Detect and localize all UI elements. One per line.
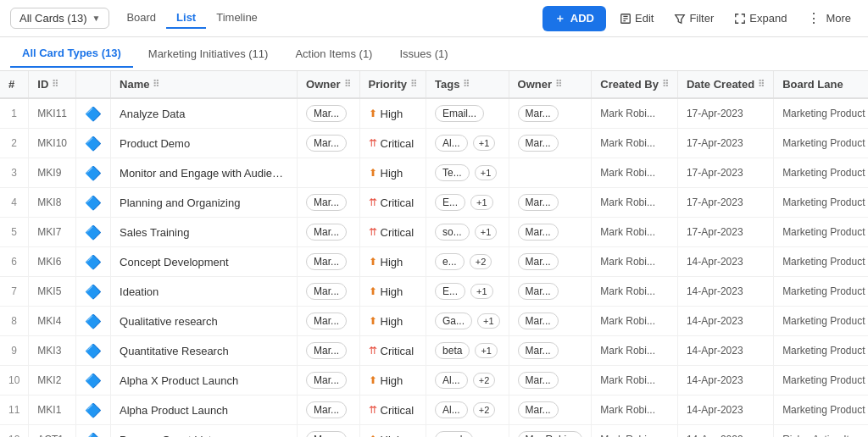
owner2-badge[interactable]: Mar... [518,313,559,329]
tag-badge[interactable]: Te... [435,164,470,181]
cell-priority: ⬆ High [359,425,426,438]
tag-badge[interactable]: Email... [435,105,484,122]
cell-tags: so...+1 [426,218,509,247]
tag-badge[interactable]: Ga... [435,313,472,329]
col-created-by-drag[interactable]: ⠿ [662,79,669,90]
tag-badge[interactable]: beta [435,342,470,359]
tab-item-3[interactable]: Issues (1) [387,41,459,67]
cell-card-icon: 🔷 [76,396,111,425]
tag-badge[interactable]: so... [435,224,470,241]
tag-extra-badge[interactable]: +1 [475,165,498,180]
tag-badge[interactable]: Al... [435,401,468,418]
tag-extra-badge[interactable]: +2 [470,254,492,269]
col-id-drag[interactable]: ⠿ [52,79,58,90]
col-priority-drag[interactable]: ⠿ [410,79,417,90]
tab-item-0[interactable]: All Card Types (13) [10,40,133,68]
tag-extra-badge[interactable]: +1 [470,284,493,299]
owner1-badge[interactable]: Mar... [306,283,347,300]
owner2-badge[interactable]: Mar... [518,342,559,359]
tag-extra-badge[interactable]: +2 [473,373,496,388]
cell-name: Analyze Data [111,98,298,129]
owner2-badge[interactable]: Mar... [518,401,559,418]
owner1-badge[interactable]: Mar... [306,194,347,211]
cell-name: Prepare Guest List [111,425,298,438]
priority-label: High [381,434,403,438]
cell-created-by: Mark Robi... [592,396,678,425]
cell-date: 14-Apr-2023 [677,425,773,438]
owner2-badge[interactable]: Mar... [518,283,559,300]
more-action[interactable]: ⋮ More [800,6,858,30]
cell-num: 8 [0,307,29,336]
owner1-badge[interactable]: Mar... [306,431,347,437]
owner1-badge[interactable]: Mar... [306,105,347,122]
cell-num: 10 [0,366,29,396]
owner1-badge[interactable]: Mar... [306,253,347,270]
tab-list[interactable]: List [166,8,206,29]
cell-name: Sales Training [111,218,298,247]
cell-num: 11 [0,396,29,425]
tag-badge[interactable]: E... [435,283,465,300]
cell-owner2: Mar... [509,336,592,366]
priority-label: Critical [381,196,415,209]
cell-name: Concept Development [111,247,298,277]
cell-created-by: Mark Robi... [592,247,678,277]
cell-date: 14-Apr-2023 [677,247,773,277]
col-owner1-drag[interactable]: ⠿ [344,79,351,90]
card-selector[interactable]: All Cards (13) ▼ [10,8,109,29]
cell-name: Quantitative Research [111,336,298,366]
edit-action[interactable]: Edit [613,8,660,29]
tab-item-2[interactable]: Action Items (1) [283,41,384,67]
cell-owner2 [509,158,592,188]
cell-owner1: Mar... [298,307,359,336]
cell-board: Marketing Product Launch [774,247,868,277]
tag-badge[interactable]: Al... [435,372,468,389]
cell-num: 3 [0,158,29,188]
tag-badge[interactable]: e... [435,253,465,270]
tag-extra-badge[interactable]: +1 [473,136,496,151]
owner1-badge[interactable]: Mar... [306,372,347,389]
cell-priority: ⬆ High [359,247,426,277]
tab-board[interactable]: Board [116,8,166,29]
col-tags-drag[interactable]: ⠿ [463,79,470,90]
owner1-badge[interactable]: Mar... [306,135,347,152]
tag-extra-badge[interactable]: +1 [475,343,498,358]
owner2-badge[interactable]: Mar Robi... [518,431,583,437]
tag-extra-badge[interactable]: +1 [475,224,498,240]
owner2-badge[interactable]: Mar... [518,135,559,152]
col-date-drag[interactable]: ⠿ [758,79,765,90]
col-owner1: Owner ⠿ [298,71,359,98]
add-button[interactable]: ＋ ADD [542,6,606,31]
cell-created-by: Mark Robi... [592,218,678,247]
col-owner2-drag[interactable]: ⠿ [555,79,562,90]
tag-badge[interactable]: Al... [435,135,468,152]
owner2-badge[interactable]: Mar... [518,105,559,122]
tag-extra-badge[interactable]: +2 [473,402,496,418]
owner1-badge[interactable]: Mar... [306,224,347,241]
owner1-badge[interactable]: Mar... [306,401,347,418]
tag-extra-badge[interactable]: +1 [477,313,500,329]
tag-badge[interactable]: mark [435,431,473,437]
tag-extra-badge[interactable]: +1 [470,195,493,210]
chevron-down-icon: ▼ [92,14,100,23]
cell-board: Marketing Product Launch [774,396,868,425]
cell-priority: ⬆ High [359,366,426,396]
owner2-badge[interactable]: Mar... [518,372,559,389]
owner2-badge[interactable]: Mar... [518,253,559,270]
table-row: 4 MKI8 🔷 Planning and Organizing Mar... … [0,188,868,218]
tab-timeline[interactable]: Timeline [206,8,268,29]
cell-created-by: Mark Robi... [592,366,678,396]
tag-badge[interactable]: E... [435,194,465,211]
filter-icon [674,13,686,25]
filter-action[interactable]: Filter [667,8,721,29]
cell-id: MKI7 [29,218,76,247]
owner1-badge[interactable]: Mar... [306,342,347,359]
table-row: 3 MKI9 🔷 Monitor and Engage with Audienc… [0,158,868,188]
col-name-drag[interactable]: ⠿ [153,79,159,90]
expand-action[interactable]: Expand [727,8,793,29]
owner1-badge[interactable]: Mar... [306,313,347,329]
owner2-badge[interactable]: Mar... [518,194,559,211]
cell-board: Marketing Product Launch [774,277,868,307]
cell-date: 17-Apr-2023 [677,129,773,158]
tab-item-1[interactable]: Marketing Initiatives (11) [136,41,281,67]
owner2-badge[interactable]: Mar... [518,224,559,241]
